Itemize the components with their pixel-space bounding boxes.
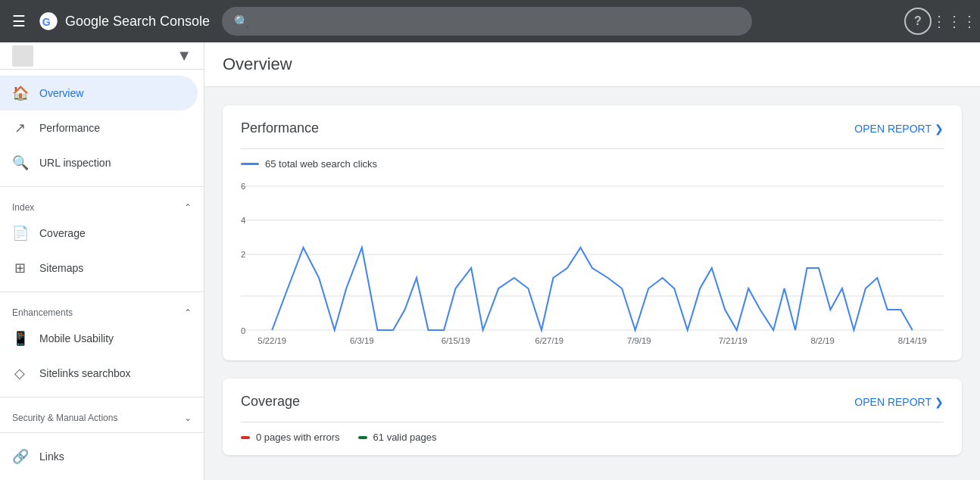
sidebar-item-overview-label: Overview [39, 87, 83, 99]
errors-legend-icon [241, 436, 250, 439]
chevron-down-icon: ⌄ [184, 413, 192, 423]
cards-container: Performance OPEN REPORT ❯ 65 total web s… [204, 87, 980, 473]
header-actions: ? ⋮⋮⋮ [904, 8, 968, 35]
sidebar-item-performance[interactable]: ↗ Performance [0, 111, 198, 145]
links-icon: 🔗 [12, 448, 27, 465]
menu-icon[interactable]: ☰ [12, 12, 26, 30]
svg-text:6/27/19: 6/27/19 [535, 336, 563, 345]
valid-legend-icon [358, 436, 367, 439]
svg-text:G: G [42, 16, 51, 28]
sidebar-item-sitelinks-label: Sitelinks searchbox [39, 367, 131, 379]
sidebar-item-performance-label: Performance [39, 122, 100, 134]
section-index[interactable]: Index ⌃ [0, 193, 204, 216]
page-title: Overview [223, 55, 962, 74]
performance-line [272, 248, 913, 330]
sidebar-item-url-inspection[interactable]: 🔍 URL inspection [0, 145, 198, 180]
svg-text:8/14/19: 8/14/19 [898, 336, 927, 345]
errors-legend-text: 0 pages with errors [256, 432, 340, 443]
coverage-card-title: Coverage [241, 394, 300, 410]
coverage-legend: 0 pages with errors 61 valid pages [223, 422, 962, 455]
section-security[interactable]: Security & Manual Actions ⌄ [0, 404, 204, 426]
search-icon: 🔍 [234, 14, 249, 29]
url-inspection-icon: 🔍 [12, 154, 27, 171]
sidebar: ▼ 🏠 Overview ↗ Performance 🔍 URL inspect… [0, 42, 204, 480]
legend-line [241, 163, 259, 165]
sidebar-item-coverage[interactable]: 📄 Coverage [0, 216, 198, 251]
sitemaps-icon: ⊞ [12, 260, 27, 276]
help-button[interactable]: ? [904, 8, 932, 35]
home-icon: 🏠 [12, 85, 27, 101]
valid-legend-text: 61 valid pages [373, 432, 437, 443]
main-content-area: Overview Performance OPEN REPORT ❯ 65 to… [204, 42, 980, 480]
chevron-up-icon: ⌃ [184, 202, 192, 213]
svg-text:0: 0 [241, 326, 245, 335]
coverage-card-header: Coverage OPEN REPORT ❯ [223, 379, 962, 422]
valid-legend-item: 61 valid pages [358, 432, 437, 443]
sidebar-item-sitemaps[interactable]: ⊞ Sitemaps [0, 251, 198, 285]
performance-icon: ↗ [12, 120, 27, 136]
errors-legend-item: 0 pages with errors [241, 432, 340, 443]
chevron-right-icon: ❯ [935, 123, 944, 135]
chevron-up-icon-2: ⌃ [184, 307, 192, 318]
performance-chart: 6 4 2 0 5/22/19 6/3/19 6/15/19 6/27/19 [241, 179, 944, 345]
svg-text:7/21/19: 7/21/19 [719, 336, 747, 345]
performance-legend: 65 total web search clicks [223, 149, 962, 179]
performance-card-title: Performance [241, 120, 319, 136]
sidebar-item-links-label: Links [39, 450, 64, 463]
main-header: Overview [204, 42, 980, 87]
performance-card-header: Performance OPEN REPORT ❯ [223, 105, 962, 148]
search-bar[interactable]: 🔍 [222, 7, 752, 36]
sidebar-item-url-inspection-label: URL inspection [39, 157, 111, 169]
sidebar-nav: 🏠 Overview ↗ Performance 🔍 URL inspectio… [0, 70, 204, 480]
svg-text:6/15/19: 6/15/19 [442, 336, 470, 345]
property-icon [12, 45, 33, 67]
svg-text:7/9/19: 7/9/19 [627, 336, 651, 345]
sidebar-item-links[interactable]: 🔗 Links [0, 439, 198, 474]
sidebar-item-coverage-label: Coverage [39, 227, 86, 239]
svg-text:2: 2 [241, 250, 245, 259]
sidebar-item-sitemaps-label: Sitemaps [39, 262, 83, 274]
svg-text:8/2/19: 8/2/19 [810, 336, 835, 345]
section-enhancements[interactable]: Enhancements ⌃ [0, 298, 204, 321]
coverage-open-report-button[interactable]: OPEN REPORT ❯ [854, 396, 944, 408]
chevron-right-icon-2: ❯ [935, 396, 944, 408]
property-selector[interactable]: ▼ [0, 42, 204, 70]
sidebar-item-mobile-usability[interactable]: 📱 Mobile Usability [0, 321, 198, 356]
svg-text:4: 4 [241, 216, 245, 225]
apps-button[interactable]: ⋮⋮⋮ [941, 8, 968, 35]
coverage-icon: 📄 [12, 225, 27, 242]
performance-open-report-button[interactable]: OPEN REPORT ❯ [854, 123, 944, 135]
performance-chart-container: 6 4 2 0 5/22/19 6/3/19 6/15/19 6/27/19 [223, 179, 962, 360]
performance-legend-text: 65 total web search clicks [265, 158, 377, 170]
search-input[interactable] [257, 15, 740, 27]
mobile-usability-icon: 📱 [12, 330, 27, 347]
app-name: Google Search Console [65, 14, 210, 30]
app-header: ☰ G Google Search Console 🔍 ? ⋮⋮⋮ [0, 0, 980, 42]
coverage-card: Coverage OPEN REPORT ❯ 0 pages with erro… [223, 379, 962, 455]
app-logo: G Google Search Console [38, 11, 210, 32]
google-logo-icon: G [38, 11, 59, 32]
divider-2 [0, 291, 204, 292]
main-layout: ▼ 🏠 Overview ↗ Performance 🔍 URL inspect… [0, 42, 980, 480]
divider-1 [0, 186, 204, 187]
sidebar-item-sitelinks-searchbox[interactable]: ◇ Sitelinks searchbox [0, 356, 198, 391]
svg-text:5/22/19: 5/22/19 [257, 336, 286, 345]
divider-4 [0, 432, 204, 433]
sidebar-item-mobile-usability-label: Mobile Usability [39, 332, 114, 344]
property-dropdown-icon[interactable]: ▼ [176, 47, 192, 64]
sidebar-item-overview[interactable]: 🏠 Overview [0, 76, 198, 111]
sitelinks-icon: ◇ [12, 365, 27, 382]
performance-card: Performance OPEN REPORT ❯ 65 total web s… [223, 105, 962, 360]
svg-text:6: 6 [241, 182, 245, 191]
svg-text:6/3/19: 6/3/19 [350, 336, 374, 345]
divider-3 [0, 397, 204, 397]
